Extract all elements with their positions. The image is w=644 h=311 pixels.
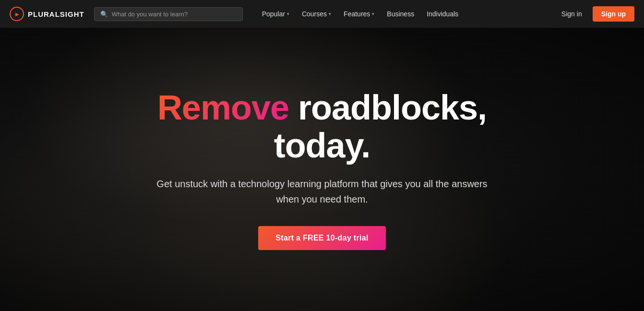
- hero-section: Remove roadblocks, today. Get unstuck wi…: [0, 28, 644, 311]
- navbar: PLURALSIGHT 🔍 Popular ▾ Courses ▾ Featur…: [0, 0, 644, 28]
- nav-item-features[interactable]: Features ▾: [339, 7, 379, 21]
- cta-button[interactable]: Start a FREE 10-day trial: [258, 226, 385, 250]
- hero-title: Remove roadblocks, today.: [125, 89, 519, 165]
- chevron-down-icon: ▾: [329, 12, 331, 16]
- nav-links: Popular ▾ Courses ▾ Features ▾ Business …: [257, 7, 557, 21]
- sign-up-button[interactable]: Sign up: [593, 6, 634, 22]
- hero-content: Remove roadblocks, today. Get unstuck wi…: [106, 89, 538, 250]
- search-input[interactable]: [112, 11, 237, 18]
- hero-subtitle: Get unstuck with a technology learning p…: [154, 176, 490, 207]
- nav-item-popular[interactable]: Popular ▾: [257, 7, 294, 21]
- hero-title-rest: roadblocks, today.: [274, 88, 487, 165]
- chevron-down-icon: ▾: [372, 12, 374, 16]
- nav-item-individuals[interactable]: Individuals: [422, 7, 463, 21]
- sign-in-button[interactable]: Sign in: [557, 7, 587, 21]
- hero-title-highlighted: Remove: [157, 88, 289, 127]
- nav-right: Sign in Sign up: [557, 6, 634, 22]
- nav-item-courses[interactable]: Courses ▾: [297, 7, 336, 21]
- logo-icon: [10, 7, 24, 21]
- logo[interactable]: PLURALSIGHT: [10, 7, 84, 21]
- search-bar[interactable]: 🔍: [94, 7, 243, 21]
- chevron-down-icon: ▾: [287, 12, 289, 16]
- search-icon: 🔍: [100, 11, 108, 18]
- logo-text: PLURALSIGHT: [28, 10, 84, 18]
- nav-item-business[interactable]: Business: [382, 7, 419, 21]
